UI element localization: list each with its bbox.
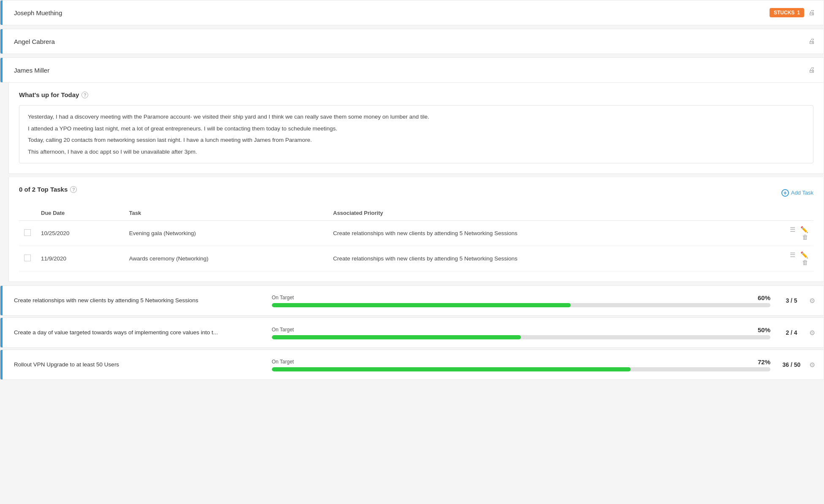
person-row-angel[interactable]: Angel Cabrera 🖨 xyxy=(0,29,824,54)
priority-count-1: 2 / 4 xyxy=(779,329,804,336)
task-details-icon-2[interactable]: ☰ xyxy=(790,251,795,258)
priority-left-bar-1 xyxy=(0,318,3,347)
top-tasks-help-icon[interactable]: ? xyxy=(70,186,77,193)
print-icon-angel[interactable]: 🖨 xyxy=(808,38,815,45)
progress-pct-1: 50% xyxy=(758,326,770,333)
task-delete-icon-2[interactable]: 🗑 xyxy=(802,259,808,266)
whats-up-line-1: Yesterday, I had a discovery meeting wit… xyxy=(28,112,805,122)
task-name-2: Awards ceremony (Networking) xyxy=(124,246,328,271)
person-name-angel: Angel Cabrera xyxy=(9,38,808,45)
print-icon-joseph[interactable]: 🖨 xyxy=(808,9,815,16)
priority-progress-area-1: On Target 50% xyxy=(263,326,779,339)
task-checkbox-2[interactable] xyxy=(24,255,31,261)
priority-content-1: Create a day of value targeted towards w… xyxy=(9,329,263,336)
progress-bar-bg-2 xyxy=(272,367,770,371)
priority-row-1[interactable]: Create a day of value targeted towards w… xyxy=(0,317,824,348)
task-priority-2: Create relationships with new clients by… xyxy=(328,246,771,271)
task-actions-1: ☰ ✏️ 🗑 xyxy=(771,221,813,246)
priority-title-2: Rollout VPN Upgrade to at least 50 Users xyxy=(14,361,263,368)
person-row-james[interactable]: James Miller 🖨 xyxy=(0,57,824,83)
task-due-date-1: 10/25/2020 xyxy=(36,221,124,246)
stucks-count: 1 xyxy=(797,10,800,16)
task-checkbox-1[interactable] xyxy=(24,229,31,236)
left-bar-angel xyxy=(0,29,3,54)
priority-rows: Create relationships with new clients by… xyxy=(0,285,824,380)
progress-pct-2: 72% xyxy=(758,358,770,366)
priority-title-1: Create a day of value targeted towards w… xyxy=(14,329,263,336)
progress-label-row-0: On Target 60% xyxy=(272,294,770,301)
person-name-james: James Miller xyxy=(9,67,808,74)
priority-left-bar-0 xyxy=(0,286,3,315)
col-priority: Associated Priority xyxy=(328,206,771,221)
top-tasks-header: 0 of 2 Top Tasks ? + Add Task xyxy=(19,186,813,200)
table-row: 11/9/2020 Awards ceremony (Networking) C… xyxy=(19,246,813,271)
stucks-badge-joseph[interactable]: STUCKS 1 xyxy=(770,8,804,17)
whats-up-line-3: Today, calling 20 contacts from networki… xyxy=(28,135,805,145)
whats-up-line-4: This afternoon, I have a doc appt so I w… xyxy=(28,147,805,157)
on-target-label-1: On Target xyxy=(272,327,294,333)
task-details-icon-1[interactable]: ☰ xyxy=(790,226,795,233)
task-actions-2: ☰ ✏️ 🗑 xyxy=(771,246,813,271)
priority-content-2: Rollout VPN Upgrade to at least 50 Users xyxy=(9,361,263,369)
priority-progress-area-0: On Target 60% xyxy=(263,294,779,307)
progress-bar-fill-1 xyxy=(272,335,521,339)
progress-bar-bg-1 xyxy=(272,335,770,339)
progress-label-row-1: On Target 50% xyxy=(272,326,770,333)
progress-pct-0: 60% xyxy=(758,294,770,301)
left-bar-james xyxy=(0,58,3,82)
priority-progress-area-2: On Target 72% xyxy=(263,358,779,371)
col-actions xyxy=(771,206,813,221)
priority-count-0: 3 / 5 xyxy=(779,297,804,304)
priority-content-0: Create relationships with new clients by… xyxy=(9,297,263,304)
task-priority-1: Create relationships with new clients by… xyxy=(328,221,771,246)
gear-icon-0[interactable]: ⚙ xyxy=(809,297,815,305)
gear-icon-2[interactable]: ⚙ xyxy=(809,361,815,369)
whats-up-section: What's up for Today ? Yesterday, I had a… xyxy=(8,83,824,174)
task-delete-icon-1[interactable]: 🗑 xyxy=(802,233,808,241)
task-edit-icon-2[interactable]: ✏️ xyxy=(800,251,808,258)
task-edit-icon-1[interactable]: ✏️ xyxy=(800,226,808,233)
add-task-icon: + xyxy=(781,189,789,197)
priority-count-2: 36 / 50 xyxy=(779,361,804,368)
progress-bar-fill-2 xyxy=(272,367,631,371)
priority-row-2[interactable]: Rollout VPN Upgrade to at least 50 Users… xyxy=(0,350,824,380)
col-due-date: Due Date xyxy=(36,206,124,221)
gear-icon-1[interactable]: ⚙ xyxy=(809,329,815,337)
priority-left-bar-2 xyxy=(0,350,3,379)
col-task: Task xyxy=(124,206,328,221)
person-name-joseph: Joseph Muething xyxy=(9,9,770,16)
left-bar-joseph xyxy=(0,0,3,25)
progress-bar-fill-0 xyxy=(272,303,571,307)
top-tasks-title: 0 of 2 Top Tasks ? xyxy=(19,186,77,193)
whats-up-title: What's up for Today ? xyxy=(19,91,813,98)
on-target-label-0: On Target xyxy=(272,295,294,301)
priority-row-0[interactable]: Create relationships with new clients by… xyxy=(0,285,824,316)
whats-up-line-2: I attended a YPO meeting last night, met… xyxy=(28,124,805,133)
progress-label-row-2: On Target 72% xyxy=(272,358,770,366)
tasks-table: Due Date Task Associated Priority 10/25/… xyxy=(19,206,813,271)
progress-bar-bg-0 xyxy=(272,303,770,307)
print-icon-james[interactable]: 🖨 xyxy=(808,66,815,74)
col-checkbox xyxy=(19,206,36,221)
person-row-joseph[interactable]: Joseph Muething STUCKS 1 🖨 xyxy=(0,0,824,25)
whats-up-help-icon[interactable]: ? xyxy=(81,92,88,98)
page-container: Joseph Muething STUCKS 1 🖨 Angel Cabrera… xyxy=(0,0,824,504)
top-tasks-section: 0 of 2 Top Tasks ? + Add Task Due Date T… xyxy=(8,177,824,282)
task-due-date-2: 11/9/2020 xyxy=(36,246,124,271)
add-task-button[interactable]: + Add Task xyxy=(781,189,813,197)
task-name-1: Evening gala (Networking) xyxy=(124,221,328,246)
priority-title-0: Create relationships with new clients by… xyxy=(14,297,263,303)
add-task-label: Add Task xyxy=(791,190,813,196)
on-target-label-2: On Target xyxy=(272,359,294,365)
whats-up-content: Yesterday, I had a discovery meeting wit… xyxy=(19,105,813,163)
stucks-label: STUCKS xyxy=(774,10,794,16)
table-row: 10/25/2020 Evening gala (Networking) Cre… xyxy=(19,221,813,246)
